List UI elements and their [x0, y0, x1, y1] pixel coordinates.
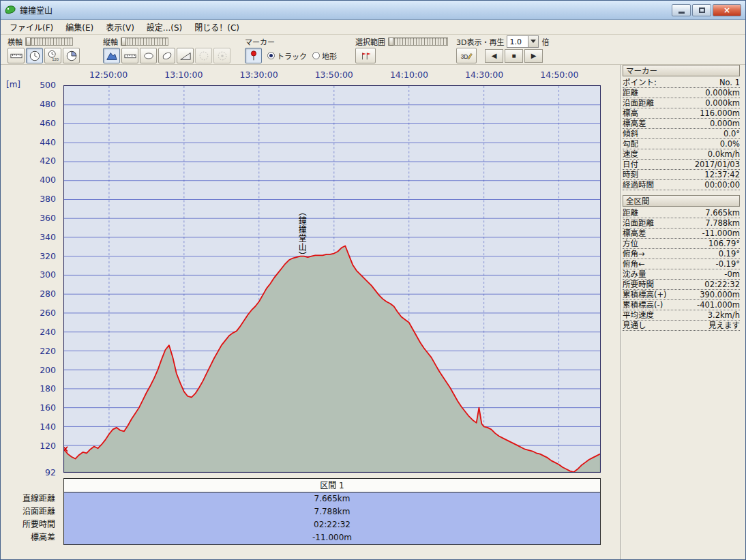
haxis-time-button[interactable] [26, 48, 43, 63]
info-label: 沿面距離 [623, 98, 654, 108]
y-axis-tick: 220 [1, 346, 59, 356]
slope-icon [179, 50, 192, 62]
vaxis-oval-button[interactable] [140, 48, 157, 63]
haxis-zoom-thumb[interactable] [26, 38, 31, 46]
menu-edit[interactable]: 編集(E) [59, 20, 100, 34]
info-label: 日付 [623, 160, 638, 169]
haxis-zoom-slider[interactable] [25, 38, 73, 46]
y-axis-tick: 360 [1, 213, 59, 223]
y-axis-tick: 440 [1, 137, 59, 147]
y-axis-tick: 340 [1, 232, 59, 242]
info-row: 沿面距離0.000km [623, 98, 740, 108]
selection-thumb[interactable] [389, 38, 393, 46]
info-label: 時刻 [623, 170, 638, 179]
info-row: 平均速度3.2km/h [623, 310, 740, 321]
info-label: 方位 [623, 239, 638, 248]
y-axis-tick: 300 [1, 269, 59, 280]
selection-slider[interactable] [388, 38, 448, 46]
minimize-button[interactable] [672, 4, 691, 16]
vaxis-ruler-button[interactable] [121, 48, 138, 63]
info-value: 12:37:42 [638, 170, 740, 179]
close-button[interactable]: × [713, 4, 741, 16]
3d-pencil-icon: 3D [460, 50, 473, 62]
dotted-circle-icon [198, 50, 210, 62]
info-label: 俯角→ [623, 249, 645, 259]
vaxis-slope-button[interactable] [177, 48, 194, 63]
vaxis-zoom-thumb[interactable] [121, 38, 126, 46]
info-row: 標高差-11.000m [623, 229, 740, 239]
elevation-plot[interactable]: （鐘撞堂山） [63, 85, 601, 473]
close-icon: × [723, 5, 730, 15]
marker-group-label: マーカー [245, 36, 275, 47]
info-row: 速度0.0km/h [623, 149, 740, 160]
y-axis-tick: 460 [1, 118, 59, 128]
y-axis-tick: 140 [1, 422, 59, 432]
menu-settings[interactable]: 設定...(S) [140, 20, 188, 34]
vaxis-zoom-slider[interactable] [121, 38, 168, 46]
stop-button[interactable]: ■ [505, 49, 523, 63]
title-bar[interactable]: 鐘撞堂山 × [1, 1, 745, 20]
svg-text:120: 120 [52, 57, 59, 61]
menu-view[interactable]: 表示(V) [100, 20, 140, 34]
y-axis-tick: 500 [1, 80, 59, 90]
speed-suffix: 倍 [541, 36, 549, 47]
x-axis-tick: 14:30:00 [453, 70, 515, 80]
info-row: 距離7.665km [623, 208, 740, 218]
marker-panel-header: マーカー [623, 65, 740, 76]
vaxis-option2-button[interactable] [213, 48, 230, 63]
section-summary-table: 区間 1 7.665km7.788km02:22:32-11.000m [63, 478, 601, 545]
play-backward-button[interactable]: ◀ [485, 49, 503, 63]
y-axis-tick: 480 [1, 99, 59, 109]
vertical-ruler-icon [124, 50, 136, 62]
haxis-pie-time-button[interactable] [63, 48, 80, 63]
info-label: 標高 [623, 108, 638, 118]
section-label: 直線距離 [1, 492, 59, 505]
marker-pin-button[interactable] [245, 48, 262, 63]
info-row: 俯角→0.19° [623, 249, 740, 259]
info-label: 距離 [623, 208, 638, 218]
y-axis-tick: 380 [1, 194, 59, 204]
haxis-time120-button[interactable]: 120 [44, 48, 61, 63]
speed-value: 1.0 [507, 36, 528, 47]
vertical-axis-group: 縦軸 [103, 35, 230, 64]
info-value: 見えます [646, 321, 741, 330]
info-label: 俯角← [623, 259, 645, 269]
radio-terrain-label: 地形 [322, 50, 337, 61]
y-axis-tick: 240 [1, 327, 59, 337]
info-label: 見通し [623, 321, 646, 330]
vaxis-oval-tilt-button[interactable] [158, 48, 175, 63]
time-clock-120-icon: 120 [47, 50, 59, 62]
vaxis-option1-button[interactable] [195, 48, 212, 63]
vaxis-label: 縦軸 [103, 36, 118, 47]
svg-text:3D: 3D [461, 53, 468, 59]
menu-file[interactable]: ファイル(F) [3, 20, 59, 34]
y-axis-tick: 320 [1, 251, 59, 261]
info-value: 390.000m [667, 290, 740, 299]
maximize-button[interactable] [692, 4, 711, 16]
speed-select[interactable]: 1.0 [507, 35, 539, 48]
3d-view-button[interactable]: 3D [456, 48, 477, 63]
x-axis-tick: 13:30:00 [228, 70, 290, 80]
play-forward-button[interactable]: ▶ [524, 49, 543, 63]
peak-annotation: （鐘撞堂山） [296, 207, 308, 261]
info-value: 0.000km [638, 88, 740, 98]
info-label: 距離 [623, 88, 638, 98]
info-label: 所要時間 [623, 280, 654, 289]
x-axis-tick: 13:50:00 [303, 70, 365, 80]
radio-track[interactable]: トラック [267, 50, 307, 61]
vaxis-elevation-button[interactable] [103, 48, 120, 63]
info-label: 累積標高(+) [623, 290, 667, 299]
menu-close[interactable]: 閉じる！(C) [188, 20, 245, 34]
info-row: 傾斜0.0° [623, 129, 740, 139]
y-axis-tick: 280 [1, 289, 59, 299]
haxis-distance-button[interactable] [8, 48, 25, 63]
radio-terrain[interactable]: 地形 [312, 50, 337, 61]
info-value: 0.0° [638, 129, 740, 138]
info-value: 0.19° [645, 249, 740, 259]
x-axis-tick: 14:50:00 [528, 70, 590, 80]
info-row: 累積標高(-)-401.000m [623, 300, 740, 310]
info-row: 累積標高(+)390.000m [623, 290, 740, 300]
range-flags-button[interactable] [355, 48, 376, 63]
minimize-icon [678, 12, 685, 14]
chevron-down-icon[interactable] [528, 36, 538, 47]
